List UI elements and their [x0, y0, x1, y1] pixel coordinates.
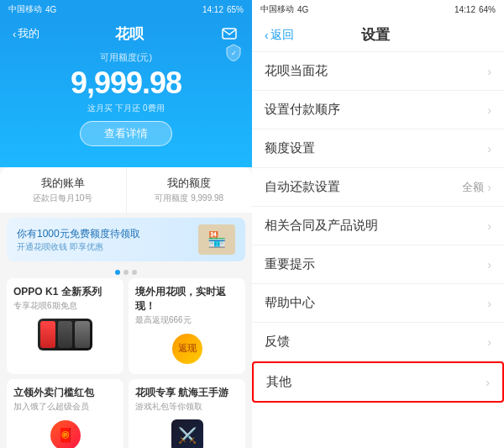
card-takeout-title: 立领外卖门槛红包 — [13, 386, 117, 400]
right-header-title: 设置 — [294, 25, 458, 45]
account-row: 我的账单 还款日每月10号 我的额度 可用额度 9,999.98 — [0, 167, 252, 213]
card-game[interactable]: 花呗专享 航海王手游 游戏礼包等你领取 ⚔️ — [129, 379, 245, 448]
right-time: 14:12 — [454, 5, 475, 14]
settings-item-3[interactable]: 自动还款设置 全额 › — [252, 168, 504, 207]
detail-button[interactable]: 查看详情 — [80, 121, 172, 146]
mail-icon[interactable] — [219, 24, 239, 44]
credit-section: 可用额度(元) 9,999.98 这月买 下月还 0费用 查看详情 — [13, 47, 239, 155]
right-header: ‹ 返回 设置 — [252, 18, 504, 52]
card-takeout-img: 🧧 — [13, 416, 117, 448]
dot-1 — [115, 270, 120, 275]
cards-grid: OPPO K1 全新系列 专享花呗6期免息 境外用花呗，实时返现！ 最高返现66… — [0, 278, 252, 448]
card-takeout-sub: 加入饿了么超级会员 — [13, 401, 117, 413]
card-abroad[interactable]: 境外用花呗，实时返现！ 最高返现666元 返现 — [129, 278, 245, 374]
chevron-icon-2: › — [487, 142, 491, 155]
right-back-chevron-icon: ‹ — [265, 29, 269, 42]
promo-sub: 开通花呗收钱 即享优惠 — [17, 241, 140, 253]
chevron-icon-8: › — [486, 376, 490, 389]
left-status-left: 中国移动 4G — [8, 3, 56, 15]
credit-amount: 9,999.98 — [13, 66, 239, 101]
card-abroad-img: 返现 — [135, 329, 239, 367]
promo-title: 你有1000元免费额度待领取 — [17, 227, 140, 241]
right-status-right: 14:12 64% — [454, 5, 496, 14]
card-oppo-img — [13, 315, 117, 353]
left-network: 4G — [45, 5, 56, 14]
carousel-dots — [0, 266, 252, 278]
dot-3 — [132, 270, 137, 275]
card-oppo[interactable]: OPPO K1 全新系列 专享花呗6期免息 — [7, 278, 123, 374]
left-header-title: 花呗 — [39, 24, 219, 44]
card-abroad-sub: 最高返现666元 — [135, 314, 239, 326]
left-status-right: 14:12 65% — [202, 5, 244, 14]
right-battery: 64% — [479, 5, 496, 14]
account-bill-title: 我的账单 — [4, 176, 122, 191]
settings-label-2: 额度设置 — [265, 140, 315, 156]
settings-list: 花呗当面花 › 设置付款顺序 › 额度设置 › 自动还款设置 全额 › 相关合同… — [252, 52, 504, 448]
settings-item-6[interactable]: 帮助中心 › — [252, 284, 504, 323]
svg-rect-0 — [223, 29, 236, 39]
left-nav-row: ‹ 我的 花呗 — [13, 24, 239, 44]
settings-label-4: 相关合同及产品说明 — [265, 218, 378, 234]
card-takeout[interactable]: 立领外卖门槛红包 加入饿了么超级会员 🧧 — [7, 379, 123, 448]
back-button[interactable]: ‹ 我的 — [13, 26, 39, 41]
right-carrier: 中国移动 — [260, 3, 294, 15]
settings-label-5: 重要提示 — [265, 256, 315, 272]
back-label: 我的 — [18, 26, 39, 41]
chevron-icon-6: › — [487, 297, 491, 310]
promo-banner[interactable]: 你有1000元免费额度待领取 开通花呗收钱 即享优惠 🏪 — [7, 218, 245, 261]
credit-label: 可用额度(元) — [13, 51, 239, 64]
promo-text-block: 你有1000元免费额度待领取 开通花呗收钱 即享优惠 — [17, 227, 140, 253]
credit-sub: 这月买 下月还 0费用 — [13, 103, 239, 114]
right-status-bar: 中国移动 4G 14:12 64% — [252, 0, 504, 18]
left-battery: 65% — [227, 5, 244, 14]
settings-item-1[interactable]: 设置付款顺序 › — [252, 91, 504, 129]
card-oppo-sub: 专享花呗6期免息 — [13, 300, 117, 312]
left-carrier: 中国移动 — [8, 3, 42, 15]
card-game-sub: 游戏礼包等你领取 — [135, 401, 239, 413]
account-bill-sub: 还款日每月10号 — [4, 192, 122, 204]
settings-item-0[interactable]: 花呗当面花 › — [252, 52, 504, 91]
settings-label-1: 设置付款顺序 — [265, 102, 340, 118]
svg-text:✓: ✓ — [231, 50, 237, 57]
settings-item-2[interactable]: 额度设置 › — [252, 129, 504, 168]
settings-label-0: 花呗当面花 — [265, 63, 328, 79]
card-game-title: 花呗专享 航海王手游 — [135, 386, 239, 400]
left-header: ‹ 我的 花呗 ✓ 可用额度(元) 9,999.98 这月买 下月还 0费用 查… — [0, 18, 252, 167]
account-quota-title: 我的额度 — [131, 176, 249, 191]
account-quota[interactable]: 我的额度 可用额度 9,999.98 — [127, 167, 253, 213]
settings-label-7: 反馈 — [265, 334, 290, 350]
right-network: 4G — [297, 5, 308, 14]
left-status-bar: 中国移动 4G 14:12 65% — [0, 0, 252, 18]
left-panel: 中国移动 4G 14:12 65% ‹ 我的 花呗 — [0, 0, 252, 448]
card-abroad-title: 境外用花呗，实时返现！ — [135, 285, 239, 314]
back-chevron-icon: ‹ — [13, 28, 16, 40]
settings-item-8[interactable]: 其他 › — [252, 361, 504, 403]
account-quota-sub: 可用额度 9,999.98 — [131, 192, 249, 204]
settings-item-5[interactable]: 重要提示 › — [252, 245, 504, 284]
promo-shop-icon: 🏪 — [198, 224, 235, 255]
settings-label-8: 其他 — [266, 374, 291, 390]
account-bill[interactable]: 我的账单 还款日每月10号 — [0, 167, 127, 213]
settings-value-3: 全额 — [462, 180, 484, 195]
settings-label-6: 帮助中心 — [265, 295, 315, 311]
chevron-icon-4: › — [487, 219, 491, 233]
settings-item-4[interactable]: 相关合同及产品说明 › — [252, 207, 504, 245]
chevron-icon-0: › — [487, 65, 491, 78]
right-back-label: 返回 — [270, 28, 294, 43]
card-game-img: ⚔️ — [135, 416, 239, 448]
right-back-button[interactable]: ‹ 返回 — [265, 28, 294, 43]
chevron-icon-5: › — [487, 258, 491, 271]
chevron-icon-1: › — [487, 103, 491, 117]
chevron-icon-7: › — [487, 335, 491, 349]
shield-icon: ✓ — [225, 44, 242, 61]
chevron-icon-3: › — [487, 181, 491, 194]
left-time: 14:12 — [202, 5, 223, 14]
settings-label-3: 自动还款设置 — [265, 179, 340, 195]
dot-2 — [123, 270, 129, 275]
card-oppo-title: OPPO K1 全新系列 — [13, 285, 117, 299]
right-status-left: 中国移动 4G — [260, 3, 308, 15]
settings-item-7[interactable]: 反馈 › — [252, 323, 504, 361]
right-panel: 中国移动 4G 14:12 64% ‹ 返回 设置 花呗当面花 › 设置付款顺序… — [252, 0, 504, 448]
